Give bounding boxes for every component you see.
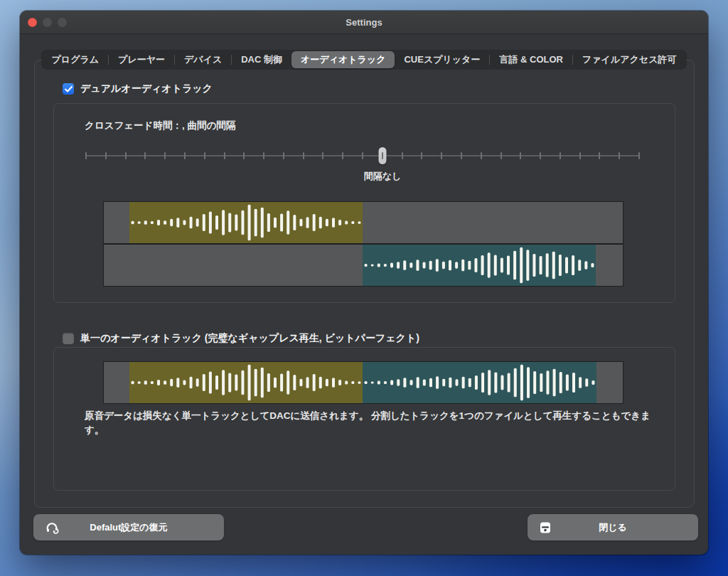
single-track-description: 原音データは損失なく単一トラックとしてDACに送信されます。 分割したトラックを…	[85, 409, 653, 437]
tab-player[interactable]: プレーヤー	[109, 51, 174, 68]
slider-tick	[224, 152, 225, 159]
slider-tick	[382, 152, 383, 159]
slider-tick	[342, 152, 343, 159]
traffic-lights	[28, 11, 67, 34]
slider-tick	[638, 152, 640, 159]
tab-program[interactable]: プログラム	[43, 51, 109, 68]
dual-track-checkbox[interactable]	[63, 83, 74, 95]
close-window-button[interactable]	[28, 18, 37, 27]
title-bar[interactable]: Settings	[20, 11, 708, 34]
slider-tick	[184, 152, 186, 159]
slider-tick	[461, 152, 462, 159]
dual-track-lanes	[104, 202, 623, 286]
slider-tick	[85, 152, 87, 159]
waveform-b	[363, 245, 596, 286]
dual-track-checkbox-label: デュアルオーディオトラック	[80, 82, 213, 95]
waveform-b	[363, 362, 596, 403]
save-icon	[539, 521, 552, 534]
single-track-a-clip	[129, 362, 363, 403]
single-track-checkbox-row: 単一のオーディオトラック (完璧なギャップレス再生, ビットパーフェクト)	[63, 332, 419, 345]
slider-tick	[520, 152, 521, 159]
minimize-window-button[interactable]	[43, 18, 52, 27]
slider-tick	[243, 152, 245, 159]
tab-cue[interactable]: CUEスプリッター	[395, 51, 489, 68]
slider-tick	[303, 152, 304, 159]
slider-tick	[263, 152, 264, 159]
window-title: Settings	[346, 17, 382, 28]
single-track-checkbox-label: 単一のオーディオトラック (完璧なギャップレス再生, ビットパーフェクト)	[80, 332, 419, 345]
single-track-lanes	[104, 362, 623, 403]
slider-tick	[164, 152, 166, 159]
single-track-lane	[104, 362, 623, 403]
slider-tick	[619, 152, 620, 159]
slider-tick	[283, 152, 284, 159]
settings-window: Settings プログラムプレーヤーデバイスDAC 制御オーディオトラックCU…	[20, 11, 708, 555]
dual-track-checkbox-row: デュアルオーディオトラック	[63, 82, 213, 95]
waveform-a	[129, 362, 363, 403]
restore-headphones-icon	[45, 521, 59, 535]
slider-tick	[560, 152, 561, 159]
settings-tabs: プログラムプレーヤーデバイスDAC 制御オーディオトラックCUEスプリッター言語…	[42, 50, 687, 69]
close-settings-label: 閉じる	[599, 521, 627, 534]
slider-tick	[402, 152, 403, 159]
single-track-panel: 原音データは損失なく単一トラックとしてDACに送信されます。 分割したトラックを…	[53, 347, 675, 491]
restore-defaults-label: Defalut設定の復元	[90, 521, 167, 534]
tab-bar: プログラムプレーヤーデバイスDAC 制御オーディオトラックCUEスプリッター言語…	[20, 50, 708, 69]
dual-track-panel: クロスフェード時間：, 曲間の間隔 間隔なし	[53, 103, 675, 303]
tab-fileaccess[interactable]: ファイルアクセス許可	[573, 51, 685, 68]
single-track-checkbox[interactable]	[63, 333, 74, 344]
zoom-window-button[interactable]	[58, 18, 67, 27]
slider-tick	[481, 152, 482, 159]
checkmark-icon	[65, 86, 73, 92]
track-lane-1	[104, 202, 623, 243]
track-a-clip	[129, 202, 363, 243]
slider-value-label: 間隔なし	[364, 170, 402, 183]
single-track-b-clip	[363, 362, 596, 403]
crossfade-slider[interactable]	[86, 146, 639, 166]
track-b-clip	[363, 245, 596, 286]
slider-tick	[441, 152, 442, 159]
slider-tick	[540, 152, 541, 159]
tab-dac[interactable]: DAC 制御	[232, 51, 291, 68]
tab-language[interactable]: 言語 & COLOR	[490, 51, 572, 68]
restore-defaults-button[interactable]: Defalut設定の復元	[33, 514, 224, 540]
slider-tick	[500, 152, 502, 159]
crossfade-label: クロスフェード時間：, 曲間の間隔	[85, 119, 235, 132]
slider-tick	[579, 152, 581, 159]
slider-tick	[105, 152, 107, 159]
slider-tick	[125, 152, 127, 159]
track-lane-2	[104, 245, 623, 286]
waveform-a	[129, 202, 363, 243]
slider-tick	[362, 152, 363, 159]
tab-audiotrack[interactable]: オーディオトラック	[291, 51, 395, 68]
slider-tick	[204, 152, 205, 159]
close-settings-button[interactable]: 閉じる	[528, 514, 698, 540]
tab-device[interactable]: デバイス	[175, 51, 231, 68]
